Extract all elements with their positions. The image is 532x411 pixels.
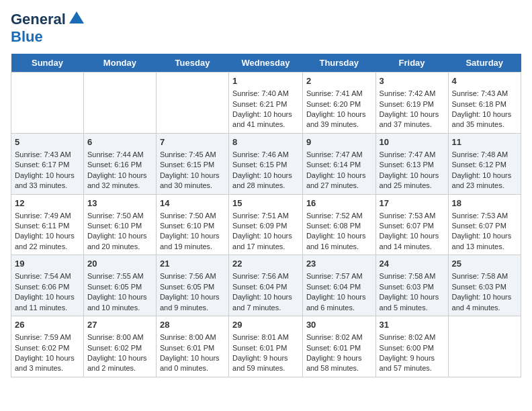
logo-blue: Blue xyxy=(11,28,85,46)
col-header-monday: Monday xyxy=(83,54,156,73)
day-number: 25 xyxy=(452,258,517,270)
svg-marker-0 xyxy=(69,11,84,24)
day-number: 17 xyxy=(380,197,445,210)
calendar-cell: 26Sunrise: 7:59 AMSunset: 6:02 PMDayligh… xyxy=(11,316,84,377)
calendar-table: SundayMondayTuesdayWednesdayThursdayFrid… xyxy=(11,54,521,377)
col-header-sunday: Sunday xyxy=(11,54,84,73)
day-number: 6 xyxy=(87,136,152,148)
calendar-week-1: 1Sunrise: 7:40 AMSunset: 6:21 PMDaylight… xyxy=(11,73,521,134)
calendar-week-4: 19Sunrise: 7:54 AMSunset: 6:06 PMDayligh… xyxy=(11,255,521,316)
calendar-cell: 16Sunrise: 7:52 AMSunset: 6:08 PMDayligh… xyxy=(302,194,375,255)
calendar-cell: 1Sunrise: 7:40 AMSunset: 6:21 PMDaylight… xyxy=(229,73,303,134)
col-header-wednesday: Wednesday xyxy=(229,54,303,73)
day-number: 12 xyxy=(15,197,80,210)
calendar-cell: 9Sunrise: 7:47 AMSunset: 6:14 PMDaylight… xyxy=(302,133,375,194)
calendar-cell: 11Sunrise: 7:48 AMSunset: 6:12 PMDayligh… xyxy=(448,133,521,194)
calendar-cell: 20Sunrise: 7:55 AMSunset: 6:05 PMDayligh… xyxy=(83,255,156,316)
calendar-cell: 27Sunrise: 8:00 AMSunset: 6:02 PMDayligh… xyxy=(83,316,156,377)
calendar-cell: 17Sunrise: 7:53 AMSunset: 6:07 PMDayligh… xyxy=(375,194,448,255)
calendar-cell: 29Sunrise: 8:01 AMSunset: 6:01 PMDayligh… xyxy=(229,316,303,377)
col-header-tuesday: Tuesday xyxy=(156,54,228,73)
day-number: 30 xyxy=(306,319,372,331)
calendar-cell: 8Sunrise: 7:46 AMSunset: 6:15 PMDaylight… xyxy=(229,133,303,194)
calendar-cell: 31Sunrise: 8:02 AMSunset: 6:00 PMDayligh… xyxy=(375,316,448,377)
logo-icon xyxy=(68,10,85,28)
calendar-cell: 7Sunrise: 7:45 AMSunset: 6:15 PMDaylight… xyxy=(156,133,228,194)
day-number: 11 xyxy=(452,136,517,148)
day-number: 21 xyxy=(160,258,225,270)
day-number: 9 xyxy=(306,136,372,148)
calendar-cell: 18Sunrise: 7:53 AMSunset: 6:07 PMDayligh… xyxy=(448,194,521,255)
calendar-cell: 14Sunrise: 7:50 AMSunset: 6:10 PMDayligh… xyxy=(156,194,228,255)
logo-general: General xyxy=(11,11,66,28)
calendar-cell: 21Sunrise: 7:56 AMSunset: 6:05 PMDayligh… xyxy=(156,255,228,316)
header: General Blue xyxy=(11,11,521,46)
calendar-cell: 2Sunrise: 7:41 AMSunset: 6:20 PMDaylight… xyxy=(302,73,375,134)
col-header-friday: Friday xyxy=(375,54,448,73)
calendar-cell: 13Sunrise: 7:50 AMSunset: 6:10 PMDayligh… xyxy=(83,194,156,255)
calendar-cell: 6Sunrise: 7:44 AMSunset: 6:16 PMDaylight… xyxy=(83,133,156,194)
calendar-cell: 25Sunrise: 7:58 AMSunset: 6:03 PMDayligh… xyxy=(448,255,521,316)
calendar-week-2: 5Sunrise: 7:43 AMSunset: 6:17 PMDaylight… xyxy=(11,133,521,194)
day-number: 22 xyxy=(232,258,299,270)
day-number: 8 xyxy=(232,136,299,148)
col-header-saturday: Saturday xyxy=(448,54,521,73)
day-number: 28 xyxy=(160,319,225,331)
day-number: 15 xyxy=(232,197,299,210)
day-number: 20 xyxy=(87,258,152,270)
calendar-cell xyxy=(448,316,521,377)
calendar-cell: 10Sunrise: 7:47 AMSunset: 6:13 PMDayligh… xyxy=(375,133,448,194)
day-number: 23 xyxy=(306,258,372,270)
calendar-cell: 30Sunrise: 8:02 AMSunset: 6:01 PMDayligh… xyxy=(302,316,375,377)
day-number: 7 xyxy=(160,136,225,148)
calendar-cell xyxy=(11,73,84,134)
day-number: 16 xyxy=(306,197,372,210)
calendar-cell: 5Sunrise: 7:43 AMSunset: 6:17 PMDaylight… xyxy=(11,133,84,194)
calendar-cell xyxy=(83,73,156,134)
calendar-cell: 22Sunrise: 7:56 AMSunset: 6:04 PMDayligh… xyxy=(229,255,303,316)
day-number: 14 xyxy=(160,197,225,210)
calendar-cell: 4Sunrise: 7:43 AMSunset: 6:18 PMDaylight… xyxy=(448,73,521,134)
day-number: 2 xyxy=(306,75,372,87)
day-number: 29 xyxy=(232,319,299,331)
day-number: 1 xyxy=(232,75,299,87)
calendar-cell: 19Sunrise: 7:54 AMSunset: 6:06 PMDayligh… xyxy=(11,255,84,316)
day-number: 24 xyxy=(380,258,445,270)
calendar-header: SundayMondayTuesdayWednesdayThursdayFrid… xyxy=(11,54,521,73)
day-number: 4 xyxy=(452,75,517,87)
calendar-cell: 3Sunrise: 7:42 AMSunset: 6:19 PMDaylight… xyxy=(375,73,448,134)
day-number: 10 xyxy=(380,136,445,148)
logo: General Blue xyxy=(11,11,85,46)
calendar-cell: 23Sunrise: 7:57 AMSunset: 6:04 PMDayligh… xyxy=(302,255,375,316)
day-number: 5 xyxy=(15,136,80,148)
calendar-cell: 24Sunrise: 7:58 AMSunset: 6:03 PMDayligh… xyxy=(375,255,448,316)
day-number: 18 xyxy=(452,197,517,210)
calendar-cell xyxy=(156,73,228,134)
calendar-week-5: 26Sunrise: 7:59 AMSunset: 6:02 PMDayligh… xyxy=(11,316,521,377)
day-number: 19 xyxy=(15,258,80,270)
day-number: 27 xyxy=(87,319,152,331)
col-header-thursday: Thursday xyxy=(302,54,375,73)
calendar-cell: 12Sunrise: 7:49 AMSunset: 6:11 PMDayligh… xyxy=(11,194,84,255)
calendar-cell: 28Sunrise: 8:00 AMSunset: 6:01 PMDayligh… xyxy=(156,316,228,377)
calendar-week-3: 12Sunrise: 7:49 AMSunset: 6:11 PMDayligh… xyxy=(11,194,521,255)
day-number: 31 xyxy=(380,319,445,331)
day-number: 26 xyxy=(15,319,80,331)
calendar-cell: 15Sunrise: 7:51 AMSunset: 6:09 PMDayligh… xyxy=(229,194,303,255)
day-number: 13 xyxy=(87,197,152,210)
day-number: 3 xyxy=(380,75,445,87)
